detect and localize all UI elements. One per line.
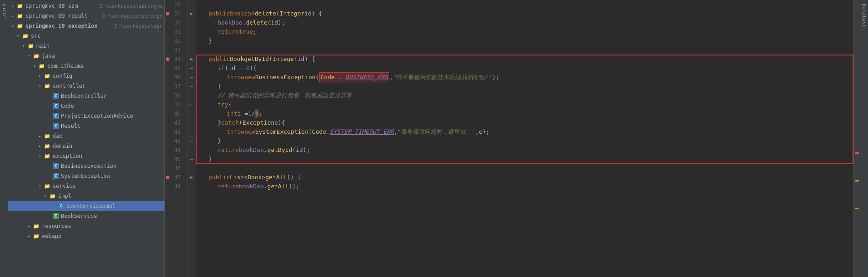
type-name: Book: [230, 55, 244, 64]
tree-arrow: [37, 153, 43, 159]
class-icon: [53, 93, 59, 99]
tree-arrow: [10, 13, 15, 19]
tree-item-java[interactable]: 📁 java: [8, 51, 164, 61]
folder-icon: 📁: [44, 142, 51, 150]
folder-icon: 📁: [33, 232, 40, 240]
type-name: Integer: [280, 9, 305, 18]
method-call: getById: [268, 146, 293, 155]
tree-item-dao[interactable]: 📁 dao: [8, 131, 164, 141]
item-label: exception: [53, 153, 163, 159]
gutter-debug-47[interactable]: ▶: [188, 173, 196, 182]
tree-arrow: [26, 233, 32, 239]
code-line-42: throw new SystemException ( Code . SYSTE…: [199, 127, 853, 136]
class-ref: Code: [312, 127, 326, 136]
tree-item-impl[interactable]: 📁 impl: [8, 191, 164, 201]
item-label: com.itheima: [47, 63, 163, 69]
learn-label: Learn: [1, 4, 7, 19]
tree-item-config[interactable]: 📁 config: [8, 71, 164, 81]
item-label: controller: [53, 83, 163, 89]
folder-icon: 📁: [44, 72, 51, 80]
keyword: return: [218, 146, 239, 155]
code-editor[interactable]: public boolean delete ( Integer id) { bo…: [196, 0, 853, 277]
class-icon: [53, 163, 59, 169]
tree-arrow: [37, 183, 43, 189]
method-name: getById: [244, 55, 269, 64]
tree-item-exception[interactable]: 📁 exception: [8, 151, 164, 161]
line-num-38: 38: [165, 91, 184, 100]
tree-item-resources[interactable]: 📁 resources: [8, 221, 164, 231]
line-num-37: 37: [165, 82, 184, 91]
warning-marker2: [855, 208, 859, 209]
tree-item-SystemException[interactable]: SystemException: [8, 171, 164, 181]
field-ref: bookDao: [239, 182, 264, 191]
editor-content: 28 29 30 31 32 33 34 35 36 37 38 39 40 4…: [165, 0, 860, 277]
tree-item-springmvc10[interactable]: 📁 springmvc_10_exception D:\workspace\sp…: [8, 21, 164, 31]
tree-arrow: [26, 223, 32, 229]
tree-item-controller[interactable]: 📁 controller: [8, 81, 164, 91]
folder-icon: 📁: [16, 12, 24, 20]
breakpoint-icon: [166, 57, 169, 61]
function-name: delete: [255, 9, 276, 18]
class-icon: [58, 203, 64, 209]
method-name: getAll: [265, 173, 287, 182]
line-num-34: 34: [165, 55, 184, 64]
tree-item-BookServiceImpl[interactable]: BookServiceImpl: [8, 201, 164, 211]
editor-area: 28 29 30 31 32 33 34 35 36 37 38 39 40 4…: [165, 0, 860, 277]
type-name: Book: [248, 173, 262, 182]
tree-item-com-itheima[interactable]: 📁 com.itheima: [8, 61, 164, 71]
folder-icon: 📁: [49, 192, 56, 200]
gutter-debug-34[interactable]: ▶: [188, 55, 196, 64]
tree-arrow: [37, 73, 43, 79]
tree-item-Result[interactable]: Result: [8, 121, 164, 131]
file-tree: 📁 springmvc_08_ssm D:\workspace\springmv…: [8, 0, 165, 277]
item-label: springmvc_08_ssm: [25, 3, 98, 9]
line-num-48: 48: [165, 182, 184, 191]
number-literal: 0: [255, 109, 259, 118]
item-label: ProjectExceptionAdvice: [61, 113, 163, 119]
breakpoint-icon: [166, 176, 169, 179]
database-panel[interactable]: Database: [860, 0, 868, 277]
gutter-debug-29[interactable]: ▶: [188, 9, 196, 18]
scrollbar[interactable]: [853, 0, 860, 277]
line-num-47: 47: [165, 173, 184, 182]
code-line-30: bookDao . delete (id);: [199, 18, 853, 27]
line-num-30: 30: [165, 18, 184, 27]
static-field-ref: SYSTEM_TIMEOUT_ERR: [330, 127, 394, 136]
tree-item-BookController[interactable]: BookController: [8, 91, 164, 101]
tree-item-ProjectExceptionAdvice[interactable]: ProjectExceptionAdvice: [8, 111, 164, 121]
tree-arrow: [52, 203, 57, 209]
static-field-ref: BUSINESS_ERR: [345, 74, 388, 81]
item-label: java: [42, 53, 163, 59]
tree-item-service[interactable]: 📁 service: [8, 181, 164, 191]
keyword: int: [227, 109, 237, 118]
method-call: getAll: [268, 182, 289, 191]
keyword: boolean: [230, 9, 255, 18]
class-icon: [53, 113, 59, 119]
code-line-32: }: [199, 36, 853, 45]
item-label: Code: [61, 103, 163, 109]
tree-arrow: [21, 43, 26, 49]
tree-item-Code[interactable]: Code: [8, 101, 164, 111]
learn-panel[interactable]: Learn: [0, 0, 8, 277]
class-name: Exception: [243, 118, 274, 127]
tree-item-src[interactable]: 📁 src: [8, 31, 164, 41]
tree-item-domain[interactable]: 📁 domain: [8, 141, 164, 151]
line-num-42: 42: [165, 127, 184, 136]
tree-item-BusinessException[interactable]: BusinessException: [8, 161, 164, 171]
class-name: BusinessException: [255, 73, 316, 82]
tree-item-webapp[interactable]: 📁 webapp: [8, 231, 164, 241]
tree-item-springmvc09[interactable]: 📁 springmvc_09_result D:\workspace\sprin…: [8, 11, 164, 21]
interface-icon: [53, 213, 59, 219]
item-label: domain: [53, 143, 163, 149]
tree-item-springmvc08[interactable]: 📁 springmvc_08_ssm D:\workspace\springmv: [8, 1, 164, 11]
tree-item-BookService[interactable]: BookService: [8, 211, 164, 221]
tree-arrow: [46, 173, 52, 179]
code-line-44: return bookDao . getById (id);: [199, 146, 853, 155]
tree-arrow: [46, 103, 52, 109]
item-label: BookController: [61, 93, 163, 99]
tree-item-main[interactable]: 📁 main: [8, 41, 164, 51]
breakpoint-icon: [166, 12, 169, 15]
folder-icon: 📁: [33, 222, 40, 230]
keyword: public: [208, 9, 230, 18]
tree-arrow: [46, 163, 52, 169]
